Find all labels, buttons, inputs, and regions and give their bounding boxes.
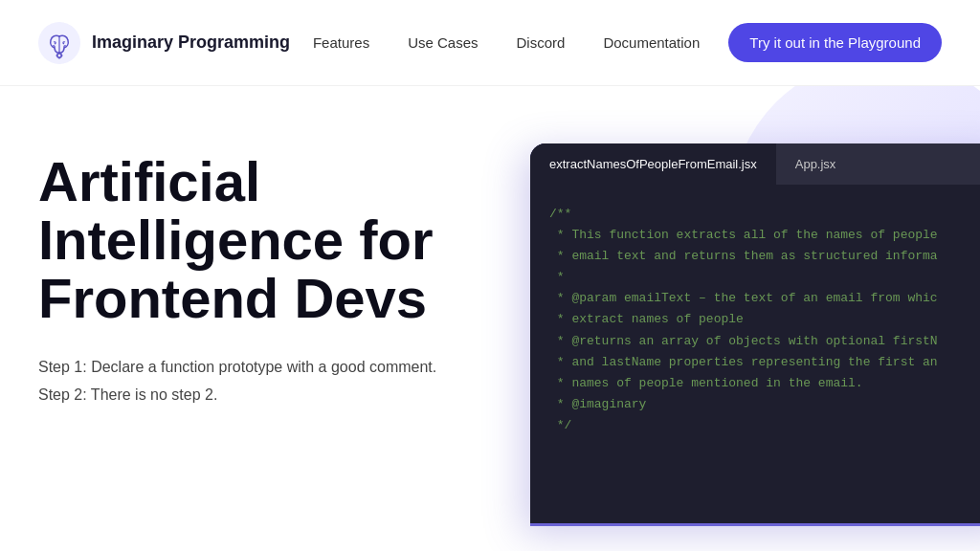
- code-line: * @imaginary: [549, 394, 980, 415]
- nav-features[interactable]: Features: [313, 34, 369, 51]
- hero-section: Artificial Intelligence for Frontend Dev…: [0, 86, 980, 551]
- code-line: * @returns an array of objects with opti…: [549, 331, 980, 352]
- nav-links: Features Use Cases Discord Documentation: [313, 34, 700, 51]
- code-line: * email text and returns them as structu…: [549, 246, 980, 267]
- svg-rect-7: [61, 55, 63, 56]
- code-tab-extract[interactable]: extractNamesOfPeopleFromEmail.jsx: [530, 143, 776, 185]
- hero-step2: Step 2: There is no step 2.: [38, 383, 498, 408]
- code-line: * @param emailText – the text of an emai…: [549, 288, 980, 309]
- code-line: * and lastName properties representing t…: [549, 352, 980, 373]
- hero-title: Artificial Intelligence for Frontend Dev…: [38, 153, 498, 328]
- code-line: /**: [549, 204, 980, 225]
- code-panel: extractNamesOfPeopleFromEmail.jsx App.js…: [530, 143, 980, 526]
- nav-documentation[interactable]: Documentation: [603, 34, 700, 51]
- code-line: */: [549, 415, 980, 436]
- svg-point-3: [58, 54, 61, 56]
- svg-rect-4: [58, 52, 60, 54]
- playground-cta-button[interactable]: Try it out in the Playground: [728, 23, 942, 62]
- svg-rect-6: [56, 55, 58, 56]
- hero-left: Artificial Intelligence for Frontend Dev…: [38, 134, 498, 411]
- code-tabs: extractNamesOfPeopleFromEmail.jsx App.js…: [530, 143, 980, 185]
- nav-use-cases[interactable]: Use Cases: [408, 34, 478, 51]
- code-line: *: [549, 267, 980, 288]
- logo-area: Imaginary Programming: [38, 22, 290, 64]
- code-line: * extract names of people: [549, 309, 980, 330]
- code-tab-app[interactable]: App.jsx: [776, 143, 856, 185]
- navbar: Imaginary Programming Features Use Cases…: [0, 0, 980, 86]
- nav-discord[interactable]: Discord: [517, 34, 566, 51]
- code-line: * This function extracts all of the name…: [549, 225, 980, 246]
- logo-text: Imaginary Programming: [92, 33, 290, 53]
- svg-rect-5: [58, 56, 60, 58]
- hero-step1: Step 1: Declare a function prototype wit…: [38, 355, 498, 380]
- brain-gear-icon: [38, 22, 80, 64]
- code-body: /** * This function extracts all of the …: [530, 185, 980, 523]
- code-line: * names of people mentioned in the email…: [549, 373, 980, 394]
